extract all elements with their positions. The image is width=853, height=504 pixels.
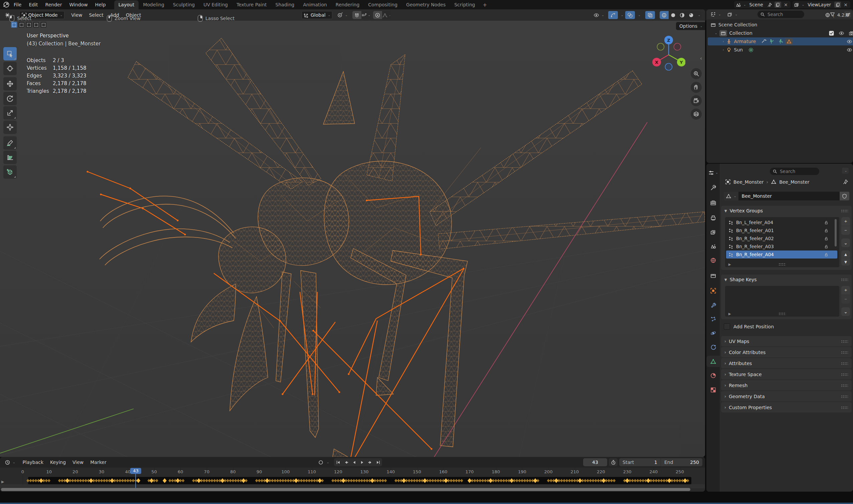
outliner-row-scene-collection[interactable]: Scene Collection	[708, 21, 853, 29]
checkbox-toggle-icon[interactable]	[829, 30, 834, 36]
pose2-icon[interactable]	[777, 39, 783, 44]
anim-icon[interactable]	[761, 39, 767, 44]
panel-attributes[interactable]: ›Attributes	[721, 358, 852, 368]
pin-id-icon[interactable]	[843, 179, 848, 185]
properties-filter-dropdown[interactable]: ⌄	[842, 168, 849, 174]
snap-toggle[interactable]	[352, 11, 361, 19]
pivot-point-dropdown[interactable]: ⌄	[335, 11, 350, 19]
playhead-frame-label[interactable]: 43	[130, 468, 141, 474]
unlock-icon[interactable]	[824, 228, 829, 233]
outliner-item-label[interactable]: Collection	[729, 30, 752, 36]
outliner-row-sun[interactable]: ›Sun	[708, 46, 853, 54]
channel-expand-arrow[interactable]: ▶	[1, 480, 4, 484]
viewport-menu-view[interactable]: View	[68, 12, 86, 18]
zoom-button[interactable]	[691, 68, 702, 79]
properties-tab-world[interactable]	[706, 254, 720, 266]
vertex-group-row[interactable]: Bn_L_feeler_A04	[726, 218, 837, 227]
tool-cursor[interactable]	[3, 62, 17, 75]
editor-type-outliner[interactable]: ⌄	[708, 10, 723, 18]
properties-search-input[interactable]	[779, 168, 814, 174]
gizmos-toggle[interactable]	[608, 11, 618, 19]
outliner-search-input[interactable]	[767, 11, 802, 17]
pan-button[interactable]	[691, 82, 702, 93]
add-rest-position-checkbox[interactable]	[724, 323, 730, 330]
shading-wireframe-button[interactable]	[660, 11, 669, 19]
properties-tab-particles[interactable]	[706, 313, 720, 325]
tool-measure[interactable]	[3, 151, 17, 164]
vertex-group-name[interactable]: Bn_L_feeler_A04	[736, 220, 773, 225]
expand-chevron[interactable]: ›	[723, 40, 724, 43]
shading-material-button[interactable]	[678, 11, 687, 19]
properties-tab-constraints[interactable]	[706, 341, 720, 353]
sun-icon[interactable]	[748, 47, 754, 53]
scene-name[interactable]: Scene	[747, 2, 765, 7]
gizmo-neg-x[interactable]	[657, 43, 664, 50]
current-frame-field[interactable]: 43	[583, 458, 607, 466]
workspace-tab-animation[interactable]: Animation	[298, 0, 331, 10]
display-mode-dropdown[interactable]: ⌄	[725, 10, 740, 18]
outliner-item-label[interactable]: Armature	[734, 39, 756, 44]
tool-annotate[interactable]	[3, 136, 17, 150]
unlock-icon[interactable]	[824, 236, 829, 241]
select-mode-intersect[interactable]	[40, 22, 47, 28]
end-frame-field[interactable]: End250	[660, 458, 702, 466]
timeline-ruler-area[interactable]: 0102030405060708090100110120130140150160…	[0, 468, 705, 492]
menu-edit[interactable]: Edit	[25, 0, 41, 10]
breadcrumb-data[interactable]: Bee_Monster	[779, 179, 810, 185]
navigation-gizmo[interactable]: Z X Y	[652, 35, 685, 74]
viewport-canvas[interactable]: Options⌄ User Perspective (43) Collectio…	[0, 21, 705, 457]
panel-grip[interactable]	[841, 384, 848, 387]
mesh-id-type-button[interactable]: ⌄	[724, 192, 739, 200]
properties-tab-physics[interactable]	[706, 327, 720, 339]
new-scene-button[interactable]	[775, 2, 781, 8]
previous-keyframe-button[interactable]	[342, 458, 350, 466]
panel-remesh[interactable]: ›Remesh	[721, 380, 852, 391]
sidebar-collapse-chevron[interactable]: ‹	[700, 55, 702, 61]
use-preview-range-button[interactable]	[609, 458, 618, 466]
vertex-group-name[interactable]: Bn_R_feeler_A03	[736, 244, 774, 249]
camera-toggle-icon[interactable]	[849, 30, 853, 36]
panel-grip[interactable]	[841, 395, 848, 398]
auto-key-dropdown[interactable]: ⌄	[327, 461, 329, 464]
vertex-group-row[interactable]: Bn_R_feeler_A02	[726, 234, 837, 242]
expand-chevron[interactable]: ›	[723, 48, 724, 51]
remove-view-layer-button[interactable]: ×	[842, 2, 849, 8]
timeline-scrollbar[interactable]	[1, 488, 690, 491]
proportional-editing-toggle[interactable]	[373, 11, 382, 19]
properties-tab-texture[interactable]	[706, 384, 720, 395]
unlock-icon[interactable]	[824, 244, 829, 249]
expand-chevron[interactable]: ⌄	[715, 31, 718, 35]
unlock-icon[interactable]	[824, 220, 829, 225]
properties-search[interactable]	[770, 168, 819, 175]
editor-type-properties[interactable]: ⌄	[706, 167, 720, 178]
properties-tab-data[interactable]	[706, 356, 720, 367]
snap-settings-dropdown[interactable]: ⌄	[361, 11, 370, 19]
menu-help[interactable]: Help	[91, 0, 110, 10]
outliner-item-label[interactable]: Scene Collection	[719, 22, 757, 28]
blender-logo-icon[interactable]	[3, 1, 10, 8]
select-mode-invert[interactable]	[33, 22, 39, 28]
properties-tab-material[interactable]	[706, 370, 720, 381]
workspace-tab-shading[interactable]: Shading	[271, 0, 299, 10]
unlock-icon[interactable]	[824, 252, 829, 257]
menu-window[interactable]: Window	[66, 0, 91, 10]
jump-to-end-button[interactable]	[374, 458, 382, 466]
panel-grip[interactable]	[841, 362, 848, 365]
vertex-group-name[interactable]: Bn_R_feeler_A01	[736, 228, 774, 233]
auto-key-toggle[interactable]	[316, 458, 326, 466]
vertex-groups-panel-header[interactable]: ▼Vertex Groups	[721, 206, 852, 216]
start-frame-field[interactable]: Start1	[619, 458, 660, 466]
panel-geometry-data[interactable]: ›Geometry Data	[721, 391, 852, 401]
workspace-tab-modeling[interactable]: Modeling	[139, 0, 169, 10]
menu-render[interactable]: Render	[42, 0, 66, 10]
transform-orientation-dropdown[interactable]: Global⌄	[302, 11, 332, 19]
add-shape-key-button[interactable]: ＋	[841, 286, 850, 294]
panel-texture-space[interactable]: ›Texture Space	[721, 369, 852, 379]
new-view-layer-button[interactable]	[834, 2, 841, 8]
next-keyframe-button[interactable]	[366, 458, 374, 466]
panel-uv-maps[interactable]: ›UV Maps	[721, 336, 852, 346]
add-workspace-button[interactable]: +	[479, 1, 490, 10]
play-reverse-button[interactable]	[350, 458, 358, 466]
timeline-menu-playback[interactable]: Playback	[19, 460, 47, 465]
visibility-dropdown[interactable]: ⌄	[592, 11, 606, 19]
